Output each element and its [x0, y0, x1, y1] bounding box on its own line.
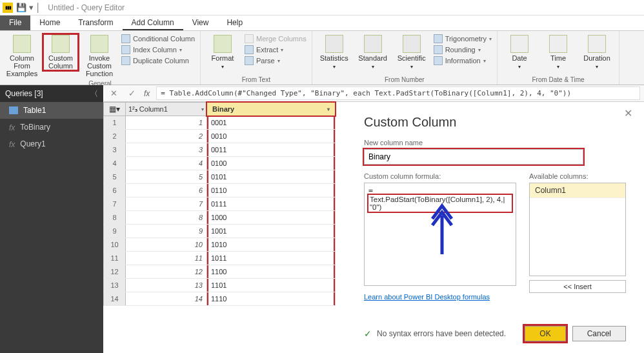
row-header[interactable]: 14 [104, 292, 126, 305]
query-item-query1[interactable]: fxQuery1 [0, 136, 103, 152]
format-button[interactable]: Format▾ [205, 34, 241, 72]
formula-editor[interactable]: = Text.PadStart(ToBinary([Column1], 2), … [364, 183, 516, 286]
row-header[interactable]: 5 [104, 170, 126, 183]
cancel-button[interactable]: Cancel [572, 326, 626, 341]
table-row[interactable]: 330011 [103, 143, 336, 157]
cell-binary[interactable]: 0001 [207, 116, 335, 129]
duration-button[interactable]: Duration▾ [579, 34, 615, 72]
row-header[interactable]: 3 [104, 143, 126, 156]
time-button[interactable]: Time▾ [540, 34, 576, 72]
table-row[interactable]: 440100 [103, 157, 336, 170]
cell-binary[interactable]: 0011 [207, 143, 335, 156]
cell-binary[interactable]: 1011 [207, 252, 335, 265]
tab-transform[interactable]: Transform [69, 15, 122, 30]
cell-column1[interactable]: 3 [126, 143, 207, 156]
table-row[interactable]: 881000 [103, 211, 336, 225]
query-item-tobinary[interactable]: fxToBinary [0, 119, 103, 136]
binary-filter-icon[interactable]: ▾ [327, 106, 330, 112]
row-header[interactable]: 12 [104, 265, 126, 278]
row-header[interactable]: 7 [104, 197, 126, 210]
cell-binary[interactable]: 0101 [207, 170, 335, 183]
cell-column1[interactable]: 14 [126, 292, 207, 305]
tab-help[interactable]: Help [217, 15, 252, 30]
cell-binary[interactable]: 1001 [207, 225, 335, 237]
index-column-button[interactable]: Index Column [120, 45, 196, 55]
row-header[interactable]: 1 [104, 116, 126, 129]
table-row[interactable]: 13131101 [103, 279, 336, 292]
table-row[interactable]: 12121100 [103, 265, 336, 279]
cell-column1[interactable]: 4 [126, 157, 207, 170]
rounding-button[interactable]: Rounding [432, 45, 493, 55]
tab-add-column[interactable]: Add Column [123, 15, 183, 30]
duplicate-column-button[interactable]: Duplicate Column [120, 55, 196, 66]
cell-column1[interactable]: 6 [126, 184, 207, 197]
query-item-table1[interactable]: Table1 [0, 102, 103, 119]
row-header[interactable]: 10 [104, 238, 126, 251]
cell-column1[interactable]: 13 [126, 279, 207, 292]
row-header[interactable]: 13 [104, 279, 126, 292]
parse-button[interactable]: Parse [243, 55, 308, 66]
column-name-input[interactable] [364, 149, 583, 165]
scientific-button[interactable]: Scientific▾ [394, 34, 430, 72]
column1-filter-icon[interactable]: ▾ [201, 106, 204, 112]
information-button[interactable]: Information [432, 55, 493, 66]
cell-binary[interactable]: 0010 [207, 130, 335, 143]
cell-binary[interactable]: 1101 [207, 279, 335, 292]
tab-home[interactable]: Home [30, 15, 69, 30]
statistics-button[interactable]: Statistics▾ [316, 34, 352, 72]
table-row[interactable]: 660110 [103, 184, 336, 197]
cell-column1[interactable]: 7 [126, 197, 207, 210]
conditional-column-button[interactable]: Conditional Column [120, 34, 196, 44]
table-row[interactable]: 550101 [103, 170, 336, 184]
cell-binary[interactable]: 1010 [207, 238, 335, 251]
dialog-close-icon[interactable]: ✕ [624, 107, 632, 119]
row-header[interactable]: 2 [104, 130, 126, 143]
cell-column1[interactable]: 9 [126, 225, 207, 237]
standard-button[interactable]: Standard▾ [355, 34, 391, 72]
table-row[interactable]: 10101010 [103, 238, 336, 252]
cell-binary[interactable]: 0110 [207, 184, 335, 197]
cell-binary[interactable]: 0111 [207, 197, 335, 210]
cell-column1[interactable]: 2 [126, 130, 207, 143]
commit-formula-icon[interactable]: ✓ [126, 88, 137, 98]
column-header-binary[interactable]: Binary▾ [207, 103, 335, 116]
row-header[interactable]: 6 [104, 184, 126, 197]
table-row[interactable]: 110001 [103, 116, 336, 130]
date-button[interactable]: Date▾ [501, 34, 538, 72]
cell-column1[interactable]: 11 [126, 252, 207, 265]
column-header-column1[interactable]: 1²₃ Column1▾ [126, 103, 207, 116]
available-columns-list[interactable]: Column1 [529, 183, 626, 276]
invoke-custom-function-button[interactable]: Invoke Custom Function [81, 34, 117, 79]
quick-access-toolbar[interactable]: 💾 ▾ │ [16, 3, 41, 12]
available-column-item[interactable]: Column1 [530, 183, 625, 198]
table-row[interactable]: 11111011 [103, 252, 336, 265]
cancel-formula-icon[interactable]: ✕ [108, 88, 119, 98]
cell-binary[interactable]: 0100 [207, 157, 335, 170]
extract-button[interactable]: Extract [243, 45, 308, 55]
table-row[interactable]: 14141110 [103, 292, 336, 306]
column-from-examples-button[interactable]: Column From Examples [4, 34, 40, 79]
table-row[interactable]: 770111 [103, 197, 336, 211]
cell-column1[interactable]: 1 [126, 116, 207, 129]
collapse-queries-icon[interactable]: 〈 [90, 88, 98, 99]
cell-binary[interactable]: 1100 [207, 265, 335, 278]
queries-header[interactable]: Queries [3] 〈 [0, 85, 103, 102]
row-header[interactable]: 4 [104, 157, 126, 170]
merge-columns-button[interactable]: Merge Columns [243, 34, 308, 44]
tab-file[interactable]: File [0, 15, 30, 30]
cell-column1[interactable]: 8 [126, 211, 207, 224]
table-row[interactable]: 991001 [103, 225, 336, 238]
row-header[interactable]: 9 [104, 225, 126, 237]
cell-binary[interactable]: 1000 [207, 211, 335, 224]
row-header[interactable]: 11 [104, 252, 126, 265]
ok-button[interactable]: OK [525, 326, 565, 341]
select-all-cell[interactable]: ▦▾ [104, 103, 126, 116]
tab-view[interactable]: View [183, 15, 218, 30]
cell-column1[interactable]: 12 [126, 265, 207, 278]
row-header[interactable]: 8 [104, 211, 126, 224]
trigonometry-button[interactable]: Trigonometry [432, 34, 493, 44]
insert-button[interactable]: << Insert [529, 280, 626, 293]
formula-input[interactable] [156, 86, 640, 100]
table-row[interactable]: 220010 [103, 130, 336, 143]
cell-column1[interactable]: 5 [126, 170, 207, 183]
